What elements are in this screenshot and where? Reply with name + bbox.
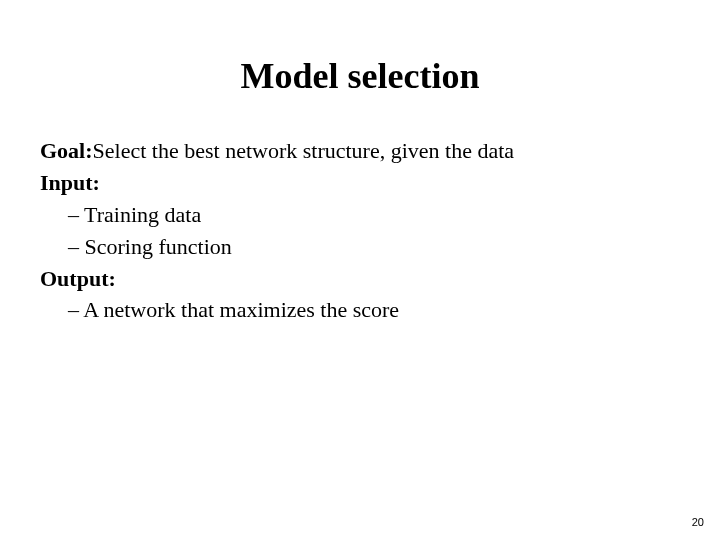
slide-title: Model selection <box>40 55 680 97</box>
goal-label: Goal: <box>40 135 93 167</box>
list-item: – Training data <box>68 199 201 231</box>
slide-content: Goal: Select the best network structure,… <box>40 135 680 326</box>
output-label-line: Output: <box>40 263 680 295</box>
list-item: – A network that maximizes the score <box>68 294 399 326</box>
input-label: Input: <box>40 167 100 199</box>
slide: Model selection Goal: Select the best ne… <box>0 0 720 540</box>
page-number: 20 <box>692 516 704 528</box>
output-label: Output: <box>40 263 116 295</box>
goal-text: Select the best network structure, given… <box>93 135 515 167</box>
output-item-1: – A network that maximizes the score <box>40 294 680 326</box>
input-label-line: Input: <box>40 167 680 199</box>
goal-line: Goal: Select the best network structure,… <box>40 135 680 167</box>
input-item-1: – Training data <box>40 199 680 231</box>
list-item: – Scoring function <box>68 231 232 263</box>
input-item-2: – Scoring function <box>40 231 680 263</box>
